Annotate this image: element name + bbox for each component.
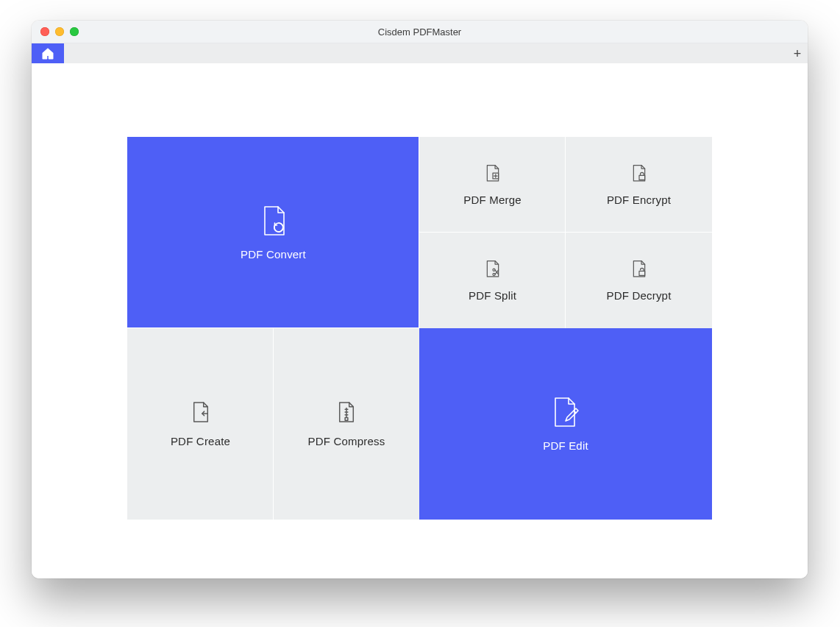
minimize-window-button[interactable] xyxy=(55,27,64,36)
close-window-button[interactable] xyxy=(40,27,49,36)
pdf-split-icon xyxy=(485,260,501,279)
home-icon xyxy=(41,47,54,60)
tile-label: PDF Create xyxy=(171,435,230,447)
tile-label: PDF Edit xyxy=(543,439,588,452)
svg-rect-2 xyxy=(639,175,645,180)
tile-label: PDF Decrypt xyxy=(606,289,671,302)
pdf-edit-icon xyxy=(551,397,580,429)
tile-pdf-merge[interactable]: PDF Merge xyxy=(419,137,566,233)
svg-rect-5 xyxy=(639,271,645,275)
tile-grid: PDF Convert PDF Merge xyxy=(127,137,712,520)
tile-pdf-decrypt[interactable]: PDF Decrypt xyxy=(566,233,712,328)
pdf-convert-icon xyxy=(260,205,287,238)
pdf-decrypt-icon xyxy=(631,260,647,279)
app-window: Cisdem PDFMaster + xyxy=(32,21,808,578)
svg-rect-6 xyxy=(345,417,348,420)
window-title: Cisdem PDFMaster xyxy=(32,26,808,38)
tile-pdf-encrypt[interactable]: PDF Encrypt xyxy=(566,137,712,233)
new-tab-button[interactable]: + xyxy=(787,43,808,64)
zoom-window-button[interactable] xyxy=(70,27,79,36)
tile-label: PDF Split xyxy=(469,289,516,302)
home-tab[interactable] xyxy=(32,43,64,64)
tile-pdf-create[interactable]: PDF Create xyxy=(127,328,274,520)
tile-pdf-convert[interactable]: PDF Convert xyxy=(127,137,419,328)
content-area: PDF Convert PDF Merge xyxy=(32,63,808,578)
tile-label: PDF Convert xyxy=(241,248,306,261)
pdf-create-icon xyxy=(191,401,210,425)
titlebar: Cisdem PDFMaster xyxy=(32,21,808,43)
pdf-encrypt-icon xyxy=(631,164,647,183)
pdf-merge-icon xyxy=(485,164,501,183)
tile-label: PDF Compress xyxy=(308,435,385,447)
tile-label: PDF Encrypt xyxy=(607,194,671,206)
plus-icon: + xyxy=(794,46,802,62)
pdf-compress-icon xyxy=(337,401,356,425)
tab-strip: + xyxy=(32,43,808,65)
tile-pdf-split[interactable]: PDF Split xyxy=(419,233,566,328)
window-controls xyxy=(32,27,79,36)
tile-pdf-compress[interactable]: PDF Compress xyxy=(274,328,419,520)
tile-pdf-edit[interactable]: PDF Edit xyxy=(419,328,712,520)
tile-label: PDF Merge xyxy=(463,194,522,206)
